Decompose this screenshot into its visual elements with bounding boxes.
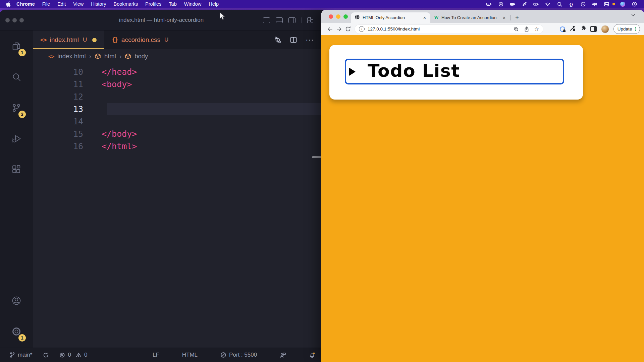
split-editor-icon[interactable] (290, 37, 297, 43)
volume-icon[interactable] (590, 0, 599, 8)
code-line-current: 13 (33, 103, 323, 115)
line-text: </body> (102, 129, 137, 139)
sidebar-item-source-control[interactable]: 3 (0, 92, 33, 124)
spotlight-search-icon[interactable] (555, 0, 564, 8)
toggle-secondary-sidebar-icon[interactable] (288, 17, 296, 23)
sidebar-item-extensions[interactable] (0, 153, 33, 186)
play-icon[interactable] (579, 0, 587, 8)
forward-icon[interactable] (334, 26, 343, 32)
tab-label: accordion.css (121, 36, 160, 44)
modified-dot-icon[interactable] (92, 38, 97, 42)
notifications-bell-icon[interactable] (309, 352, 315, 358)
symbol-cube-icon (95, 53, 101, 60)
braces-icon[interactable]: {} (567, 0, 576, 8)
eyedropper-extension-icon[interactable] (570, 25, 576, 33)
editor-sash-handle[interactable] (312, 156, 321, 158)
clock-icon[interactable] (630, 0, 639, 8)
tab-search-chevron-icon[interactable] (631, 14, 635, 17)
more-actions-icon[interactable]: ··· (306, 38, 314, 42)
bookmark-star-icon[interactable]: ☆ (534, 27, 539, 32)
screen-record-icon[interactable] (485, 0, 493, 8)
zoom-window-button[interactable] (343, 14, 348, 19)
sidebar-item-explorer[interactable]: 1 (0, 30, 33, 63)
editor-tab-bar: <> index.html U {} accordion.css U (33, 31, 323, 49)
update-chrome-button[interactable]: Update (613, 24, 640, 34)
reload-icon[interactable] (343, 26, 353, 32)
menu-tab[interactable]: Tab (165, 0, 180, 8)
breadcrumb-file[interactable]: index.html (57, 53, 86, 60)
status-dot (612, 3, 615, 5)
menu-window[interactable]: Window (180, 0, 205, 8)
menu-bookmarks[interactable]: Bookmarks (110, 0, 142, 8)
accordion-summary[interactable]: Todo List (345, 59, 564, 84)
new-tab-button[interactable]: + (513, 14, 521, 21)
editor-actions: ··· (274, 31, 323, 49)
menu-profiles[interactable]: Profiles (142, 0, 165, 8)
sidebar-item-search[interactable] (0, 61, 33, 94)
privacy-extension-icon[interactable] (560, 26, 565, 32)
vscode-title-bar[interactable]: index.html — html-only-accordion (0, 10, 323, 31)
sidebar-item-settings[interactable]: 1 (0, 315, 33, 348)
address-bar[interactable]: i 127.0.0.1:5500/index.html ☆ (355, 24, 543, 34)
menu-view[interactable]: View (69, 0, 87, 8)
tab-how-to-create-accordion[interactable]: W How To Create an Accordion × (430, 12, 510, 23)
line-number: 15 (33, 129, 83, 139)
rocket-icon[interactable] (520, 0, 529, 8)
tab-index-html[interactable]: <> index.html U (33, 31, 104, 49)
battery-icon[interactable] (532, 0, 540, 8)
sidebar-item-accounts[interactable] (0, 284, 33, 317)
code-line: 12 (33, 90, 323, 103)
menu-edit[interactable]: Edit (54, 0, 69, 8)
tab-accordion-css[interactable]: {} accordion.css U (104, 31, 176, 49)
menu-history[interactable]: History (87, 0, 110, 8)
toggle-panel-icon[interactable] (276, 17, 283, 23)
zoom-window-button[interactable] (19, 18, 24, 22)
back-icon[interactable] (325, 26, 334, 32)
disclosure-triangle-icon (349, 68, 356, 76)
eol-item[interactable]: LF (153, 352, 159, 358)
minimize-window-button[interactable] (336, 14, 340, 19)
feedback-icon[interactable] (280, 352, 286, 358)
breadcrumb-node-body[interactable]: body (135, 53, 148, 60)
side-panel-icon[interactable] (590, 26, 597, 32)
profile-avatar[interactable] (601, 25, 609, 33)
url-text[interactable]: 127.0.0.1:5500/index.html (368, 26, 420, 32)
language-mode-item[interactable]: HTML (182, 352, 198, 358)
customize-layout-icon[interactable] (307, 17, 313, 23)
live-server-port-item[interactable]: Port : 5500 (220, 352, 257, 358)
problems-item[interactable]: 0 0 (59, 352, 87, 358)
minimize-window-button[interactable] (12, 18, 17, 22)
menu-help[interactable]: Help (205, 0, 222, 8)
tab-html-only-accordion[interactable]: HTML Only Accordion × (351, 12, 430, 23)
line-number: 14 (33, 117, 83, 126)
zoom-icon[interactable] (514, 26, 519, 32)
close-window-button[interactable] (5, 18, 10, 22)
chrome-window: HTML Only Accordion × W How To Create an… (321, 10, 644, 362)
open-changes-icon[interactable] (274, 36, 281, 44)
menu-chrome[interactable]: Chrome (13, 0, 39, 8)
menu-file[interactable]: File (39, 0, 54, 8)
breadcrumb-node-html[interactable]: html (104, 53, 116, 60)
breadcrumb: <> index.html › html › body (33, 49, 323, 63)
close-tab-icon[interactable]: × (502, 15, 506, 20)
sync-changes-item[interactable] (43, 352, 49, 358)
control-center-icon[interactable] (602, 0, 611, 8)
share-icon[interactable] (524, 26, 529, 32)
apple-icon[interactable] (6, 1, 11, 7)
extensions-puzzle-icon[interactable] (580, 25, 586, 33)
window-title: index.html — html-only-accordion (119, 17, 204, 23)
close-tab-icon[interactable]: × (423, 15, 427, 20)
sidebar-item-run-debug[interactable] (0, 122, 33, 155)
breadcrumb-separator: › (89, 53, 91, 60)
toggle-primary-sidebar-icon[interactable] (263, 17, 270, 23)
w3schools-favicon: W (434, 15, 439, 20)
git-branch-item[interactable]: main* (9, 352, 32, 358)
siri-icon[interactable] (618, 0, 627, 8)
code-editor[interactable]: 10</head> 11<body> 12 13 14 15</body> 16… (33, 63, 323, 348)
wifi-icon[interactable] (543, 0, 552, 8)
record-icon[interactable] (496, 0, 505, 8)
site-info-icon[interactable]: i (359, 26, 365, 32)
close-window-button[interactable] (329, 14, 333, 19)
camera-icon[interactable] (508, 0, 517, 8)
chrome-menu-dots-icon[interactable] (635, 27, 636, 31)
